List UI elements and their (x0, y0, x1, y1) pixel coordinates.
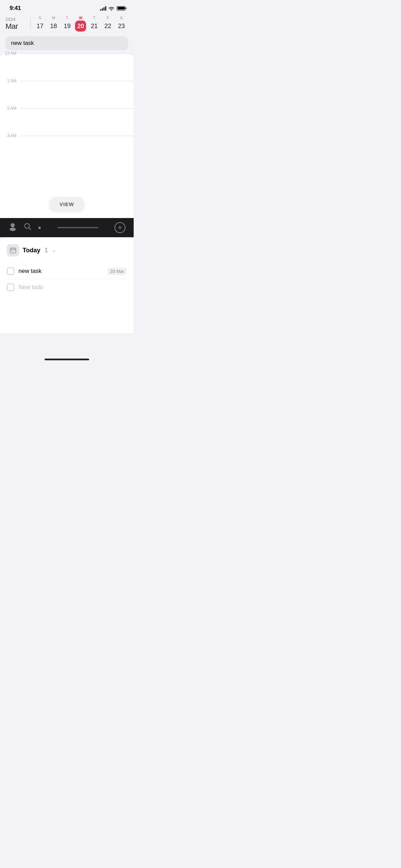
wifi-icon (108, 6, 114, 11)
task-date: 20 Mar (108, 268, 127, 275)
reminders-header: Today 1 ⌄ (7, 244, 127, 256)
calendar-day[interactable]: T21 (89, 16, 100, 32)
day-number: 19 (62, 21, 73, 32)
time-label: 12 AM (0, 51, 21, 56)
time-line (21, 108, 134, 109)
reminders-count: 1 (45, 247, 48, 254)
day-name: S (39, 16, 41, 20)
time-row: 2 AM (0, 108, 134, 136)
view-button[interactable]: VIEW (49, 197, 84, 211)
calendar-year: 2024 (5, 17, 30, 22)
svg-point-1 (10, 228, 16, 231)
calendar-day[interactable]: S17 (35, 16, 46, 32)
day-name: S (120, 16, 122, 20)
time-label: 2 AM (0, 106, 21, 111)
search-bar-text: new task (11, 40, 34, 46)
status-icons (100, 6, 125, 11)
status-bar: 9:41 (0, 0, 134, 14)
svg-point-0 (11, 223, 15, 227)
bottom-toolbar: + (0, 218, 134, 237)
home-indicator (0, 354, 134, 363)
day-number: 18 (48, 21, 59, 32)
profile-icon[interactable] (8, 222, 17, 233)
tasks-container: new task20 MarNew todo (7, 263, 127, 295)
calendar-header: 2024 Mar S17M18T19W20T21F22S23 (0, 14, 134, 34)
day-name: T (93, 16, 96, 20)
add-button[interactable]: + (114, 222, 125, 233)
chevron-down-icon[interactable]: ⌄ (52, 248, 56, 253)
signal-icon (100, 6, 106, 11)
task-checkbox[interactable] (7, 284, 14, 291)
reminders-title: Today (23, 247, 40, 254)
calendar-year-month: 2024 Mar (5, 17, 30, 31)
time-line (21, 53, 134, 54)
calendar-divider (30, 17, 31, 30)
reminders-panel: Today 1 ⌄ new task20 MarNew todo (0, 237, 134, 333)
svg-line-3 (29, 228, 31, 230)
battery-icon (117, 6, 125, 11)
task-checkbox[interactable] (7, 267, 14, 275)
calendar-day[interactable]: M18 (48, 16, 59, 32)
time-line (21, 81, 134, 81)
day-name: T (66, 16, 69, 20)
calendar-day[interactable]: F22 (102, 16, 113, 32)
task-item: new task20 Mar (7, 263, 127, 279)
toolbar-left (8, 222, 41, 233)
search-bar[interactable]: new task (5, 36, 128, 50)
time-label: 3 AM (0, 133, 21, 138)
day-number: 22 (102, 21, 113, 32)
time-line (21, 136, 134, 136)
day-number: 21 (89, 21, 100, 32)
task-item: New todo (7, 279, 127, 295)
home-indicator-pill (45, 359, 89, 360)
search-icon[interactable] (24, 223, 32, 232)
status-time: 9:41 (10, 5, 21, 12)
toolbar-right[interactable]: + (114, 222, 125, 233)
task-title: New todo (19, 284, 127, 291)
view-button-container: VIEW (49, 197, 84, 211)
time-row: 1 AM (0, 81, 134, 108)
bottom-space (0, 333, 134, 354)
svg-point-5 (13, 250, 13, 251)
calendar-days: S17M18T19W20T21F22S23 (33, 16, 128, 32)
day-number: 20 (75, 21, 86, 32)
reminders-icon (7, 244, 19, 256)
day-name: M (52, 16, 55, 20)
time-label: 1 AM (0, 79, 21, 83)
calendar-day[interactable]: W20 (75, 16, 86, 32)
calendar-day[interactable]: T19 (62, 16, 73, 32)
calendar-day[interactable]: S23 (116, 16, 127, 32)
time-row: 12 AM (0, 53, 134, 81)
time-row: 3 AM (0, 136, 134, 163)
dot-indicator (38, 227, 41, 229)
day-number: 17 (35, 21, 46, 32)
day-name: F (107, 16, 109, 20)
day-name: W (79, 16, 82, 20)
day-number: 23 (116, 21, 127, 32)
task-title: new task (19, 268, 104, 275)
calendar-body: 12 AM1 AM2 AM3 AM VIEW (0, 53, 134, 218)
calendar-month: Mar (5, 22, 30, 31)
home-indicator-bar (57, 227, 98, 228)
